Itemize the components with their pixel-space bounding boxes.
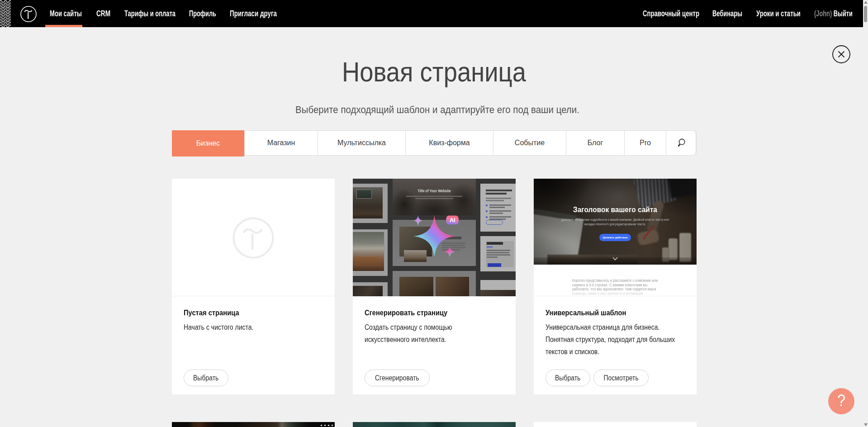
svg-text:AI: AI: [450, 217, 455, 223]
